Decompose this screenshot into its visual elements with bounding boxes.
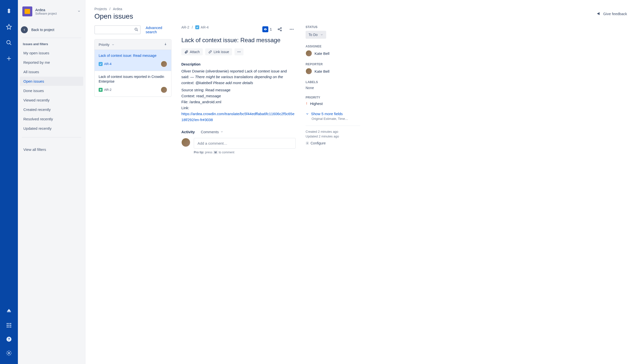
project-selector[interactable]: Ardea Software project xyxy=(20,5,83,18)
eye-icon xyxy=(262,26,268,32)
sort-label: Priority xyxy=(99,43,110,47)
svg-rect-13 xyxy=(10,326,11,328)
status-dropdown[interactable]: To Do xyxy=(306,31,326,39)
search-input[interactable] xyxy=(94,25,141,34)
svg-point-25 xyxy=(291,29,292,30)
reporter-field[interactable]: Kate Bell xyxy=(306,68,360,74)
back-to-project[interactable]: Back to project xyxy=(20,22,83,38)
breadcrumb-project[interactable]: Ardea xyxy=(113,7,122,11)
description-label: Description xyxy=(181,62,296,66)
breadcrumb-separator: / xyxy=(110,7,111,11)
notification-icon[interactable] xyxy=(4,306,14,316)
add-icon[interactable] xyxy=(4,54,14,64)
assignee-field[interactable]: Kate Bell xyxy=(306,50,360,56)
more-issue-actions-button[interactable] xyxy=(235,48,244,55)
filter-updated-recently[interactable]: Updated recently xyxy=(20,124,83,133)
issue-card[interactable]: Lack of context issue: Read message AR-4 xyxy=(95,50,171,71)
link-label: Link issue xyxy=(214,50,229,54)
assignee-avatar xyxy=(306,50,312,56)
watch-button[interactable]: 1 xyxy=(262,26,272,32)
description-body[interactable]: Oliver Downie (oliverdownie) reported La… xyxy=(181,68,296,86)
project-type: Software project xyxy=(35,12,74,16)
chevron-down-icon xyxy=(220,130,223,133)
more-fields-label: Show 5 more fields xyxy=(311,112,343,116)
filter-viewed-recently[interactable]: Viewed recently xyxy=(20,96,83,105)
watch-count: 1 xyxy=(270,27,272,31)
priority-field[interactable]: ↑ Highest xyxy=(306,101,360,106)
user-avatar xyxy=(181,138,190,147)
link-icon xyxy=(208,50,212,54)
breadcrumb: Projects / Ardea xyxy=(94,7,133,11)
filter-all-issues[interactable]: All issues xyxy=(20,67,83,76)
issue-key: AR-2 xyxy=(104,88,112,92)
svg-rect-5 xyxy=(7,323,8,324)
view-all-filters[interactable]: View all filters xyxy=(20,144,83,155)
more-actions-button[interactable] xyxy=(288,25,296,33)
svg-line-18 xyxy=(137,30,138,31)
settings-icon[interactable] xyxy=(4,348,14,358)
filter-my-open-issues[interactable]: My open issues xyxy=(20,48,83,58)
back-arrow-icon xyxy=(21,26,28,33)
reporter-name: Kate Bell xyxy=(315,69,329,74)
svg-rect-12 xyxy=(9,326,10,328)
show-more-fields[interactable]: Show 5 more fields xyxy=(306,112,360,116)
comment-input[interactable]: Add a comment… xyxy=(194,138,296,149)
chevron-down-icon xyxy=(77,10,81,14)
svg-rect-6 xyxy=(9,323,10,324)
issue-parent-key[interactable]: AR-2 xyxy=(181,25,189,29)
give-feedback-button[interactable]: Give feedback xyxy=(597,12,627,16)
issue-title[interactable]: Lack of context issue: Read message xyxy=(181,36,296,44)
task-icon xyxy=(195,25,199,29)
attach-label: Attach xyxy=(190,50,200,54)
issue-key[interactable]: AR-4 xyxy=(201,25,209,29)
updated-timestamp: Updated 2 minutes ago xyxy=(306,134,360,138)
attach-button[interactable]: Attach xyxy=(181,48,203,55)
issue-breadcrumb: AR-2 / AR-4 xyxy=(181,25,209,29)
description-link-label: Link: xyxy=(181,105,296,111)
priority-label: PRIORITY xyxy=(306,96,360,99)
activity-comments-tab[interactable]: Comments xyxy=(201,130,223,134)
divider xyxy=(22,38,81,38)
priority-value: Highest xyxy=(310,102,323,106)
jira-logo-icon[interactable] xyxy=(4,6,14,16)
more-fields-sub: Original Estimate, Time… xyxy=(312,117,360,120)
status-label: STATUS xyxy=(306,25,360,29)
issue-list: Priority Lack of context issue: Read mes… xyxy=(94,39,171,97)
paperclip-icon xyxy=(184,50,188,54)
filter-resolved-recently[interactable]: Resolved recently xyxy=(20,114,83,124)
search-icon[interactable] xyxy=(4,38,14,48)
apps-icon[interactable] xyxy=(4,320,14,330)
issue-side-panel: STATUS To Do ASSIGNEE Kate Bell xyxy=(306,25,360,154)
star-icon[interactable] xyxy=(4,22,14,32)
help-icon[interactable]: ? xyxy=(4,334,14,344)
configure-button[interactable]: Configure xyxy=(306,141,360,145)
task-icon xyxy=(99,62,103,66)
filter-open-issues[interactable]: Open issues xyxy=(20,77,83,86)
issue-list-header: Priority xyxy=(95,40,171,50)
filter-created-recently[interactable]: Created recently xyxy=(20,105,83,114)
sort-direction-button[interactable] xyxy=(164,42,167,47)
divider xyxy=(306,126,360,126)
description-source: Source string: Read message xyxy=(181,87,296,93)
sort-dropdown[interactable]: Priority xyxy=(99,43,115,47)
breadcrumb-projects[interactable]: Projects xyxy=(94,7,107,11)
svg-line-23 xyxy=(279,30,281,30)
issue-card[interactable]: Lack of context issues reported in Crowd… xyxy=(95,71,171,96)
assignee-label: ASSIGNEE xyxy=(306,45,360,48)
svg-rect-7 xyxy=(10,323,11,324)
share-icon xyxy=(277,27,282,32)
description-link[interactable]: https://ardea.crowdin.com/translate/bc5f… xyxy=(181,111,296,123)
svg-point-16 xyxy=(8,352,10,354)
assignee-avatar xyxy=(161,86,167,93)
svg-rect-11 xyxy=(7,326,8,328)
filter-done-issues[interactable]: Done issues xyxy=(20,86,83,95)
labels-value[interactable]: None xyxy=(306,86,360,90)
share-button[interactable] xyxy=(276,25,284,33)
advanced-search-link[interactable]: Advanced search xyxy=(146,26,171,34)
filter-reported-by-me[interactable]: Reported by me xyxy=(20,58,83,67)
svg-text:?: ? xyxy=(8,337,10,341)
main-content: Projects / Ardea Open issues Give feedba… xyxy=(85,0,636,364)
chevron-down-icon xyxy=(320,33,323,36)
issue-search xyxy=(94,25,141,34)
link-issue-button[interactable]: Link issue xyxy=(205,48,232,55)
